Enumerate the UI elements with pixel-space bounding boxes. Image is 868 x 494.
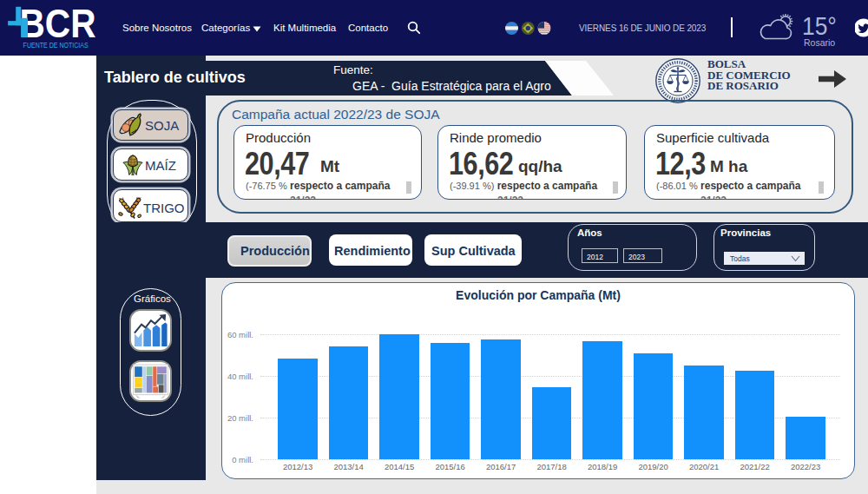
svg-text:BCR: BCR: [20, 0, 96, 46]
svg-text:FUENTE DE NOTICIAS: FUENTE DE NOTICIAS: [23, 41, 89, 49]
